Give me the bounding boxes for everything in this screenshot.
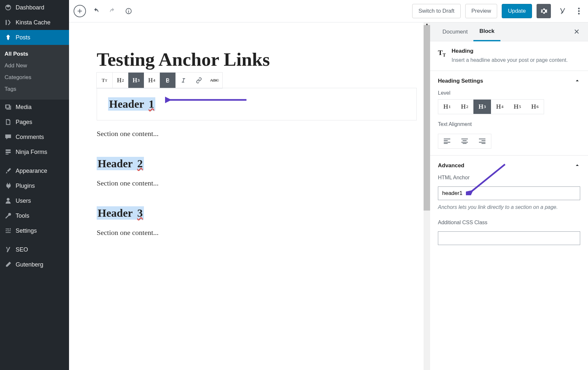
sidebar-submenu: All Posts Add New Categories Tags: [0, 45, 69, 100]
paragraph-block[interactable]: Section one content...: [97, 228, 417, 237]
italic-button[interactable]: [175, 73, 191, 88]
heading-block-icon: TT: [438, 48, 447, 58]
sidebar-label: Ninja Forms: [16, 149, 47, 156]
sidebar-item-seo[interactable]: SEO: [0, 242, 69, 257]
paragraph-block[interactable]: Section one content...: [97, 179, 417, 187]
sidebar-label: Pages: [16, 119, 32, 126]
align-left-button[interactable]: [438, 134, 456, 148]
block-type-desc: Insert a headline above your post or pag…: [452, 56, 568, 64]
level-h3[interactable]: H3: [473, 100, 491, 114]
preview-button[interactable]: Preview: [465, 4, 497, 18]
sidebar-item-media[interactable]: Media: [0, 100, 69, 115]
scrollbar-track[interactable]: ▴: [424, 22, 430, 370]
sliders-icon: [4, 226, 12, 235]
heading-block[interactable]: Header 3: [97, 207, 417, 219]
wrench-icon: [4, 212, 12, 220]
sidebar-item-dashboard[interactable]: Dashboard: [0, 0, 69, 15]
sidebar-label: Media: [16, 104, 32, 111]
sidebar-sub-tags[interactable]: Tags: [0, 83, 69, 95]
admin-sidebar: Dashboard Kinsta Cache Posts All Posts A…: [0, 0, 69, 370]
yoast-button[interactable]: [555, 4, 570, 18]
h3-button[interactable]: H3: [128, 73, 144, 88]
sidebar-item-appearance[interactable]: Appearance: [0, 163, 69, 178]
settings-toggle-button[interactable]: [537, 4, 551, 18]
sidebar-label: SEO: [16, 246, 28, 253]
level-h4[interactable]: H4: [491, 100, 509, 114]
scroll-up-icon[interactable]: ▴: [424, 22, 430, 25]
heading-settings-toggle[interactable]: Heading Settings: [438, 77, 580, 84]
svg-point-0: [578, 8, 580, 9]
yoast-icon: [4, 245, 12, 254]
undo-button[interactable]: [90, 5, 102, 17]
svg-point-2: [578, 13, 580, 15]
block-type-icon[interactable]: TT: [97, 73, 112, 88]
switch-draft-button[interactable]: Switch to Draft: [412, 4, 461, 18]
pencil-icon: [4, 260, 12, 269]
sidebar-item-posts[interactable]: Posts: [0, 30, 69, 45]
sidebar-item-gutenberg[interactable]: Gutenberg: [0, 257, 69, 272]
block-toolbar: TT H2 H3 H4 ABC: [96, 72, 222, 89]
scrollbar-thumb[interactable]: [424, 25, 430, 211]
block-type-title: Heading: [452, 48, 568, 54]
link-button[interactable]: [191, 73, 207, 88]
editor-topbar: Switch to Draft Preview Update: [69, 0, 588, 22]
level-h5[interactable]: H5: [509, 100, 526, 114]
svg-line-4: [471, 164, 505, 192]
sidebar-sub-add-new[interactable]: Add New: [0, 60, 69, 72]
level-label: Level: [438, 90, 580, 96]
anchor-label: HTML Anchor: [438, 175, 580, 181]
sidebar-item-ninja-forms[interactable]: Ninja Forms: [0, 144, 69, 159]
media-icon: [4, 103, 12, 111]
html-anchor-input[interactable]: [438, 186, 580, 200]
tab-block[interactable]: Block: [473, 23, 500, 41]
sidebar-item-plugins[interactable]: Plugins: [0, 178, 69, 193]
post-title[interactable]: Testing Anchor Links: [97, 48, 417, 70]
sidebar-item-comments[interactable]: Comments: [0, 130, 69, 144]
chevron-up-icon: [574, 77, 580, 84]
sidebar-item-kinsta[interactable]: Kinsta Cache: [0, 15, 69, 30]
sidebar-label: Tools: [16, 212, 29, 219]
sidebar-item-users[interactable]: Users: [0, 193, 69, 208]
heading-settings-panel: Heading Settings Level H1 H2 H3 H4 H5 H6…: [430, 71, 588, 156]
bold-button[interactable]: [160, 73, 175, 88]
forms-icon: [4, 148, 12, 156]
tab-document[interactable]: Document: [437, 22, 473, 41]
level-h2[interactable]: H2: [456, 100, 473, 114]
anchor-help-text: Anchors lets you link directly to a sect…: [438, 203, 580, 211]
advanced-panel: Advanced HTML Anchor Anchors lets you li…: [430, 156, 588, 252]
sidebar-item-pages[interactable]: Pages: [0, 115, 69, 130]
css-class-input[interactable]: [438, 231, 580, 245]
text-align-group: [438, 134, 491, 149]
sidebar-item-settings[interactable]: Settings: [0, 223, 69, 238]
block-intro-panel: TT Heading Insert a headline above your …: [430, 41, 588, 71]
more-menu-button[interactable]: [574, 4, 583, 18]
align-center-button[interactable]: [456, 134, 473, 148]
align-right-button[interactable]: [473, 134, 491, 148]
heading-block-selected[interactable]: TT H2 H3 H4 ABC Header 1: [97, 88, 417, 120]
add-block-button[interactable]: [74, 5, 86, 17]
plug-icon: [4, 182, 12, 190]
close-sidebar-button[interactable]: ✕: [572, 26, 581, 38]
level-h1[interactable]: H1: [438, 100, 456, 114]
redo-button[interactable]: [106, 5, 119, 17]
sidebar-sub-all-posts[interactable]: All Posts: [0, 48, 69, 60]
paragraph-block[interactable]: Section one content...: [97, 130, 417, 138]
svg-point-1: [578, 10, 580, 12]
sidebar-item-tools[interactable]: Tools: [0, 208, 69, 223]
settings-sidebar: ▴ Document Block ✕ TT Heading Insert a h…: [430, 22, 588, 370]
sidebar-label: Kinsta Cache: [16, 19, 50, 26]
h2-button[interactable]: H2: [113, 73, 128, 88]
heading-block[interactable]: Header 2: [97, 158, 417, 170]
user-icon: [4, 197, 12, 205]
level-h6[interactable]: H6: [526, 100, 544, 114]
strikethrough-button[interactable]: ABC: [207, 73, 222, 88]
annotation-arrow-icon: [466, 163, 508, 195]
heading-level-group: H1 H2 H3 H4 H5 H6: [438, 99, 544, 114]
advanced-toggle[interactable]: Advanced: [438, 162, 580, 169]
update-button[interactable]: Update: [502, 4, 532, 18]
sidebar-sub-categories[interactable]: Categories: [0, 72, 69, 83]
info-button[interactable]: [122, 5, 135, 17]
dashboard-icon: [4, 3, 12, 12]
h4-button[interactable]: H4: [144, 73, 160, 88]
css-class-label: Additional CSS Class: [438, 220, 580, 226]
